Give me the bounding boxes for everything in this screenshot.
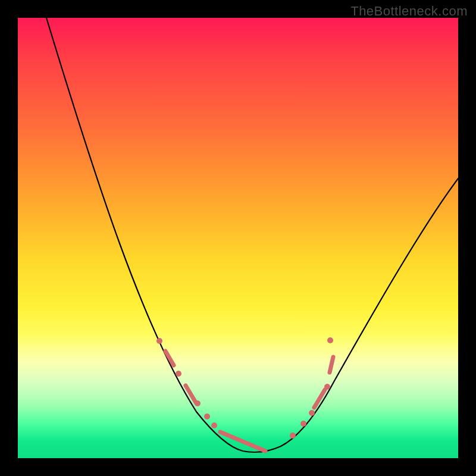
marker-seg-4	[330, 357, 333, 372]
marker-dot-8	[324, 384, 330, 390]
marker-dot-2	[195, 400, 201, 406]
marker-dot-4	[211, 422, 217, 428]
marker-dot-3	[204, 414, 210, 419]
marker-dot-1	[176, 371, 181, 377]
chart-stage: TheBottleneck.com	[0, 0, 476, 476]
bottleneck-curve	[46, 18, 458, 452]
marker-seg-2	[220, 432, 265, 451]
marker-dot-9	[327, 337, 333, 343]
marker-dot-0	[156, 338, 162, 344]
marker-dot-7	[309, 410, 315, 416]
watermark-text: TheBottleneck.com	[350, 4, 468, 19]
marker-seg-3	[314, 390, 325, 408]
marker-dot-6	[300, 421, 306, 427]
marker-seg-1	[186, 386, 196, 403]
curve-svg	[18, 18, 458, 458]
marker-dot-5	[290, 433, 296, 439]
plot-area	[18, 18, 458, 458]
